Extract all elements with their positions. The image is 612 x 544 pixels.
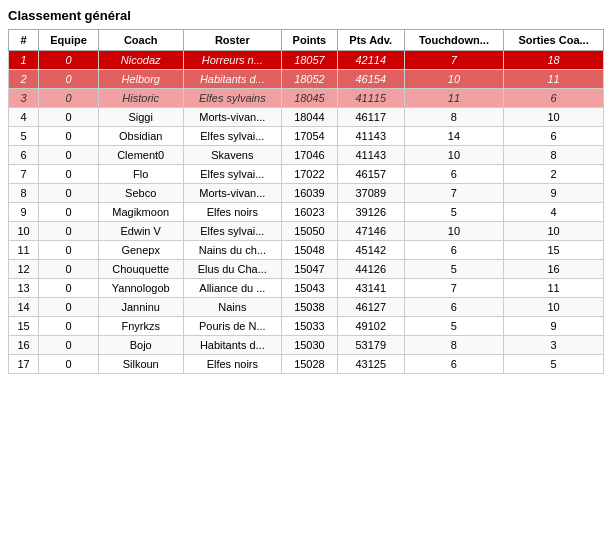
- table-cell: Skavens: [183, 146, 281, 165]
- table-cell: 6: [404, 355, 504, 374]
- table-cell: 2: [9, 70, 39, 89]
- table-cell: 5: [404, 317, 504, 336]
- table-cell: Habitants d...: [183, 336, 281, 355]
- table-cell: 4: [9, 108, 39, 127]
- table-row: 160BojoHabitants d...150305317983: [9, 336, 604, 355]
- table-cell: 15038: [282, 298, 338, 317]
- table-cell: 0: [39, 70, 99, 89]
- table-row: 170SilkounElfes noirs150284312565: [9, 355, 604, 374]
- table-cell: 3: [504, 336, 604, 355]
- table-cell: 16: [9, 336, 39, 355]
- table-row: 70FloElfes sylvai...170224615762: [9, 165, 604, 184]
- table-cell: Clement0: [98, 146, 183, 165]
- table-cell: 46154: [337, 70, 404, 89]
- table-cell: Obsidian: [98, 127, 183, 146]
- table-cell: Elus du Cha...: [183, 260, 281, 279]
- table-row: 150FnyrkzsPouris de N...150334910259: [9, 317, 604, 336]
- table-cell: Janninu: [98, 298, 183, 317]
- column-header: Points: [282, 30, 338, 51]
- table-cell: 6: [404, 165, 504, 184]
- table-cell: 17022: [282, 165, 338, 184]
- table-cell: 17054: [282, 127, 338, 146]
- table-cell: 0: [39, 146, 99, 165]
- table-cell: 10: [504, 222, 604, 241]
- table-cell: 0: [39, 279, 99, 298]
- table-cell: 10: [504, 108, 604, 127]
- table-cell: 0: [39, 336, 99, 355]
- table-cell: 18: [504, 51, 604, 70]
- table-cell: 18044: [282, 108, 338, 127]
- table-cell: 7: [404, 279, 504, 298]
- table-row: 120ChouquetteElus du Cha...1504744126516: [9, 260, 604, 279]
- table-cell: Elfes noirs: [183, 355, 281, 374]
- table-cell: 10: [404, 146, 504, 165]
- table-row: 10NicodazHorreurs n...1805742114718: [9, 51, 604, 70]
- table-cell: 0: [39, 241, 99, 260]
- column-header: Touchdown...: [404, 30, 504, 51]
- table-cell: 10: [404, 70, 504, 89]
- table-cell: 0: [39, 203, 99, 222]
- table-cell: 11: [404, 89, 504, 108]
- table-cell: 5: [404, 260, 504, 279]
- table-cell: 5: [9, 127, 39, 146]
- table-row: 110GenepxNains du ch...1504845142615: [9, 241, 604, 260]
- table-cell: Edwin V: [98, 222, 183, 241]
- table-cell: Chouquette: [98, 260, 183, 279]
- table-cell: 0: [39, 260, 99, 279]
- table-cell: 0: [39, 165, 99, 184]
- table-cell: Elfes sylvai...: [183, 127, 281, 146]
- table-cell: 15028: [282, 355, 338, 374]
- table-cell: 15033: [282, 317, 338, 336]
- table-cell: 46127: [337, 298, 404, 317]
- table-cell: 15047: [282, 260, 338, 279]
- table-cell: 4: [504, 203, 604, 222]
- table-row: 90MagikmoonElfes noirs160233912654: [9, 203, 604, 222]
- table-cell: 6: [404, 298, 504, 317]
- table-cell: 17: [9, 355, 39, 374]
- column-header: Sorties Coa...: [504, 30, 604, 51]
- table-cell: 0: [39, 51, 99, 70]
- table-cell: 9: [504, 317, 604, 336]
- table-cell: 11: [504, 70, 604, 89]
- table-cell: Yannologob: [98, 279, 183, 298]
- table-cell: Nains du ch...: [183, 241, 281, 260]
- table-cell: 6: [9, 146, 39, 165]
- table-cell: 15: [9, 317, 39, 336]
- table-cell: 53179: [337, 336, 404, 355]
- table-cell: Nicodaz: [98, 51, 183, 70]
- table-cell: 11: [504, 279, 604, 298]
- column-header: Pts Adv.: [337, 30, 404, 51]
- table-cell: 7: [9, 165, 39, 184]
- table-row: 20HelborgHabitants d...18052461541011: [9, 70, 604, 89]
- table-cell: Genepx: [98, 241, 183, 260]
- table-cell: 6: [504, 127, 604, 146]
- table-cell: 0: [39, 317, 99, 336]
- table-cell: 39126: [337, 203, 404, 222]
- table-cell: 8: [9, 184, 39, 203]
- table-cell: Bojo: [98, 336, 183, 355]
- table-row: 80SebcoMorts-vivan...160393708979: [9, 184, 604, 203]
- table-cell: 41143: [337, 127, 404, 146]
- table-cell: 8: [504, 146, 604, 165]
- table-cell: 15050: [282, 222, 338, 241]
- table-cell: 0: [39, 298, 99, 317]
- table-cell: 16039: [282, 184, 338, 203]
- table-cell: 0: [39, 127, 99, 146]
- table-cell: 5: [404, 203, 504, 222]
- table-cell: Flo: [98, 165, 183, 184]
- column-header: #: [9, 30, 39, 51]
- table-cell: 45142: [337, 241, 404, 260]
- table-cell: 43125: [337, 355, 404, 374]
- table-cell: 47146: [337, 222, 404, 241]
- table-cell: 42114: [337, 51, 404, 70]
- table-cell: Elfes sylvains: [183, 89, 281, 108]
- table-cell: Siggi: [98, 108, 183, 127]
- table-cell: Elfes noirs: [183, 203, 281, 222]
- table-cell: 15048: [282, 241, 338, 260]
- table-cell: Habitants d...: [183, 70, 281, 89]
- table-cell: Helborg: [98, 70, 183, 89]
- table-cell: 9: [504, 184, 604, 203]
- table-cell: 17046: [282, 146, 338, 165]
- table-cell: 43141: [337, 279, 404, 298]
- table-cell: 3: [9, 89, 39, 108]
